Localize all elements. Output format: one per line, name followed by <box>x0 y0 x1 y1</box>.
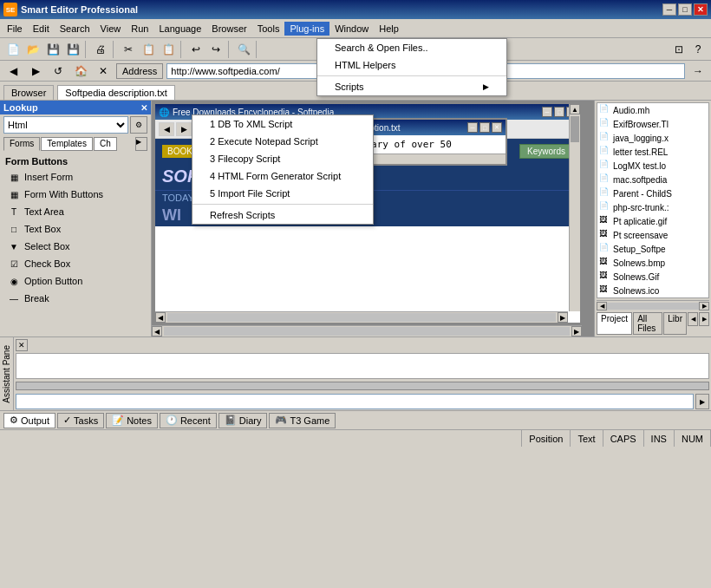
assistant-close-btn[interactable]: ✕ <box>16 339 28 351</box>
file-item[interactable]: 📄Audio.mh <box>597 103 708 117</box>
maximize-button[interactable]: □ <box>678 3 692 16</box>
home-button[interactable]: 🏠 <box>71 62 90 81</box>
t3game-tab[interactable]: 🎮 T3 Game <box>269 413 336 428</box>
browser-fwd-btn[interactable]: ▶ <box>176 122 192 136</box>
file-item[interactable]: 📄Setup_Softpe <box>597 242 708 256</box>
editor-win-controls[interactable]: ─ □ ✕ <box>467 122 502 133</box>
editor-minimize-btn[interactable]: ─ <box>467 122 478 133</box>
copy-button[interactable]: 📋 <box>139 40 158 59</box>
diary-tab[interactable]: 📓 Diary <box>219 413 268 428</box>
minimize-button[interactable]: ─ <box>662 3 676 16</box>
close-button[interactable]: ✕ <box>694 3 708 16</box>
fscroll-left[interactable]: ◀ <box>597 302 607 310</box>
libr-tab[interactable]: Libr <box>663 312 687 335</box>
main-hscroll-right[interactable]: ▶ <box>571 326 582 336</box>
go-button[interactable]: → <box>688 62 708 81</box>
search-open-files-item[interactable]: Search & Open Files.. <box>317 39 506 56</box>
main-hscroll[interactable]: ◀ ▶ <box>152 325 582 336</box>
menu-file[interactable]: File <box>2 22 28 36</box>
browser-vscroll[interactable]: ▲ <box>569 104 580 311</box>
panel-scroll-left[interactable]: ◀ <box>688 312 698 326</box>
templates-tab[interactable]: Templates <box>41 137 93 151</box>
file-item[interactable]: 🖼Solnews.ico <box>597 284 708 297</box>
editor-close-btn[interactable]: ✕ <box>492 122 502 133</box>
extra-btn[interactable]: ⊡ <box>669 40 688 59</box>
redo-button[interactable]: ↪ <box>206 40 225 59</box>
tasks-tab[interactable]: ✓ Tasks <box>57 413 104 428</box>
text-box-item[interactable]: □ Text Box <box>0 220 151 238</box>
menu-plugins[interactable]: Plug-ins <box>284 22 329 36</box>
menu-run[interactable]: Run <box>126 22 153 36</box>
file-tab[interactable]: Softpedia description.txt <box>57 85 174 100</box>
vscroll-up[interactable]: ▲ <box>570 104 580 114</box>
hscroll-right[interactable]: ▶ <box>558 312 568 323</box>
menu-tools[interactable]: Tools <box>252 22 285 36</box>
menu-browser[interactable]: Browser <box>206 22 251 36</box>
file-item[interactable]: 🖼Pt aplicatie.gif <box>597 214 708 228</box>
notes-tab[interactable]: 📝 Notes <box>106 413 158 428</box>
file-list-hscroll[interactable]: ◀ ▶ <box>597 300 709 310</box>
menu-window[interactable]: Window <box>329 22 374 36</box>
menu-search[interactable]: Search <box>55 22 95 36</box>
hscroll-left[interactable]: ◀ <box>155 312 166 323</box>
browser-hscroll[interactable]: ◀ ▶ <box>155 311 568 323</box>
stop-button[interactable]: ✕ <box>94 62 113 81</box>
lookup-close-button[interactable]: ✕ <box>140 103 147 113</box>
scripts-item[interactable]: Scripts <box>317 78 506 95</box>
nav-right-btn[interactable]: ▶ <box>135 137 147 151</box>
browser-back-btn[interactable]: ◀ <box>159 122 174 136</box>
project-tab[interactable]: Project <box>597 312 632 335</box>
assistant-input[interactable] <box>16 394 694 409</box>
editor-maximize-btn[interactable]: □ <box>479 122 490 133</box>
browser-minimize-btn[interactable]: ─ <box>542 107 552 117</box>
hscroll-track[interactable] <box>167 313 556 322</box>
open-button[interactable]: 📂 <box>23 40 42 59</box>
save-button[interactable]: 💾 <box>43 40 62 59</box>
back-button[interactable]: ◀ <box>3 62 23 81</box>
main-hscroll-left[interactable]: ◀ <box>152 326 162 336</box>
menu-help[interactable]: Help <box>374 22 404 36</box>
output-tab[interactable]: ⚙ Output <box>3 413 55 428</box>
menu-language[interactable]: Language <box>153 22 206 36</box>
break-item[interactable]: — Break <box>0 290 151 307</box>
menu-view[interactable]: View <box>95 22 127 36</box>
file-item[interactable]: 📄LogMX test.lo <box>597 159 708 173</box>
file-item[interactable]: 📄java_logging.x <box>597 131 708 145</box>
title-bar-controls[interactable]: ─ □ ✕ <box>662 3 708 16</box>
lookup-config-button[interactable]: ⚙ <box>130 116 147 134</box>
assistant-send-btn[interactable]: ▶ <box>695 394 709 409</box>
insert-form-item[interactable]: ▦ Insert Form <box>0 168 151 186</box>
main-hscroll-track[interactable] <box>164 327 570 336</box>
assistant-hscroll[interactable] <box>16 380 709 392</box>
refresh-button[interactable]: ↺ <box>49 62 68 81</box>
recent-tab[interactable]: 🕐 Recent <box>160 413 217 428</box>
forms-tab[interactable]: Forms <box>3 137 40 151</box>
file-item[interactable]: 🖼Solnews.bmp <box>597 256 708 270</box>
ascroll-track[interactable] <box>16 382 709 390</box>
file-item[interactable]: 🖼Pt screensave <box>597 228 708 242</box>
help-btn[interactable]: ? <box>688 40 708 59</box>
ch-tab[interactable]: Ch <box>94 137 117 151</box>
paste-button[interactable]: 📋 <box>159 40 178 59</box>
new-button[interactable]: 📄 <box>3 40 23 59</box>
html-helpers-item[interactable]: HTML Helpers <box>317 56 506 74</box>
all-files-tab[interactable]: All Files <box>633 312 662 335</box>
menu-edit[interactable]: Edit <box>28 22 55 36</box>
cut-button[interactable]: ✂ <box>119 40 138 59</box>
file-item[interactable]: 📄mac.softpedia <box>597 173 708 186</box>
editor-hscroll[interactable] <box>240 154 506 164</box>
undo-button[interactable]: ↩ <box>186 40 205 59</box>
text-area-item[interactable]: T Text Area <box>0 203 151 220</box>
panel-scroll-right[interactable]: ▶ <box>699 312 709 326</box>
check-box-item[interactable]: ☑ Check Box <box>0 255 151 272</box>
file-item[interactable]: 🖼Solnews.Gif <box>597 270 708 284</box>
fscroll-track[interactable] <box>607 303 699 310</box>
find-button[interactable]: 🔍 <box>234 40 253 59</box>
option-button-item[interactable]: ◉ Option Button <box>0 272 151 290</box>
file-item[interactable]: 📄Parent - ChildS <box>597 186 708 200</box>
browser-maximize-btn[interactable]: □ <box>554 107 564 117</box>
file-item[interactable]: 📄ExifBrowser.Tl <box>597 117 708 131</box>
select-box-item[interactable]: ▼ Select Box <box>0 238 151 255</box>
print-button[interactable]: 🖨 <box>91 40 110 59</box>
browser-stop-btn[interactable]: ✕ <box>193 122 209 136</box>
